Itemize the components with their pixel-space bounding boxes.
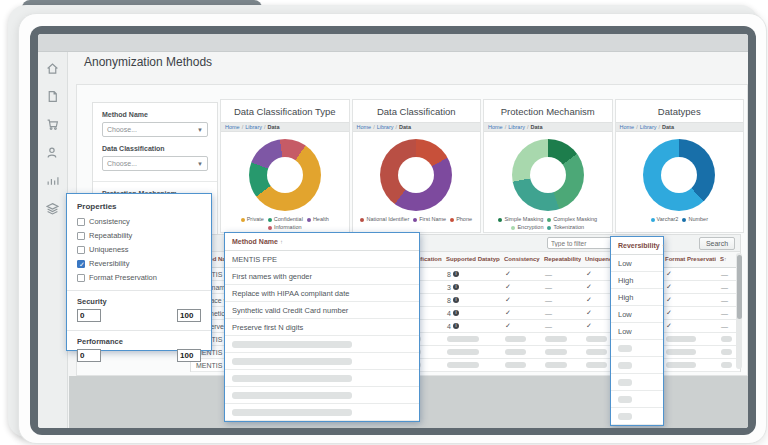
column-item[interactable]: Synthetic valid Credit Card number xyxy=(225,302,419,319)
screenshot-canvas: Anonymization Methods Method Name Choose… xyxy=(0,0,768,445)
data-classification-select[interactable]: Choose... ▼ xyxy=(102,156,208,171)
breadcrumb: Home/Library/Data xyxy=(353,122,481,132)
redacted-bar xyxy=(545,362,567,368)
legend-dot xyxy=(651,218,655,222)
cell-repeatability: — xyxy=(540,307,581,319)
redacted-bar xyxy=(721,349,732,355)
breadcrumb-library[interactable]: Library xyxy=(640,124,657,130)
info-icon[interactable] xyxy=(453,297,459,303)
legend-item: Confidential xyxy=(268,216,303,223)
chart-title: Data Classification Type xyxy=(221,106,349,117)
dash-icon: — xyxy=(545,323,552,330)
cell-consistency: ✓ xyxy=(500,294,540,306)
redacted-bar xyxy=(618,345,632,352)
cell-supported_datatypes xyxy=(442,359,500,371)
info-icon[interactable] xyxy=(453,323,459,329)
reversibility-column-popup: Reversibility ↑ LowHighHighLowLow xyxy=(610,236,664,426)
chart-legend: Simple MaskingComplex MaskingEncryptionT… xyxy=(484,216,612,231)
redacted-bar xyxy=(586,349,607,355)
breadcrumb-separator: / xyxy=(396,124,398,130)
column-header-label: Reversibility xyxy=(618,242,660,249)
chevron-down-icon: ▼ xyxy=(197,161,203,167)
reversibility-column-header[interactable]: Reversibility ↑ xyxy=(611,237,663,255)
column-item[interactable]: Preserve first N digits xyxy=(225,319,419,336)
legend-label: Tokenization xyxy=(553,224,584,231)
checkbox-icon[interactable] xyxy=(77,274,85,282)
redacted-bar xyxy=(586,362,607,368)
donut-chart xyxy=(643,139,715,211)
performance-max-input[interactable] xyxy=(177,349,201,362)
document-icon[interactable] xyxy=(46,90,59,103)
cell-repeatability: — xyxy=(540,294,581,306)
table-scrollbar-thumb[interactable] xyxy=(737,255,742,319)
security-range xyxy=(77,309,201,322)
column-item[interactable]: First names with gender xyxy=(225,268,419,285)
checkbox-checked-icon[interactable] xyxy=(77,260,85,268)
column-header-label: Consistency xyxy=(504,256,540,262)
redacted-bar xyxy=(232,409,352,416)
column-item[interactable]: Replace with HIPAA compliant date xyxy=(225,285,419,302)
column-header-repeatability[interactable]: Repeatability↓ xyxy=(540,252,581,267)
redacted-bar xyxy=(447,362,479,368)
dash-icon: — xyxy=(721,297,728,304)
legend-dot xyxy=(307,218,311,222)
redacted-bar xyxy=(721,336,732,342)
breadcrumb-home[interactable]: Home xyxy=(488,124,503,130)
analytics-icon[interactable] xyxy=(46,174,59,187)
checkbox-icon[interactable] xyxy=(77,218,85,226)
table-scrollbar-track[interactable] xyxy=(736,253,742,369)
column-header-label: Method Name xyxy=(232,238,278,245)
breadcrumb-home[interactable]: Home xyxy=(620,124,635,130)
cell-supported_datatypes: 8 xyxy=(442,294,500,306)
breadcrumb-home[interactable]: Home xyxy=(357,124,372,130)
cell-format_preservation: ✓ xyxy=(661,268,716,280)
column-header-consistency[interactable]: Consistency↓ xyxy=(500,252,540,267)
info-icon[interactable] xyxy=(453,310,459,316)
check-icon: ✓ xyxy=(505,296,511,304)
column-header-format-preservation[interactable]: Format Preservation↓ xyxy=(661,252,716,267)
properties-option: Reversibility xyxy=(77,259,201,268)
security-max-input[interactable] xyxy=(177,309,201,322)
performance-min-input[interactable] xyxy=(77,349,101,362)
redacted-bar xyxy=(505,349,526,355)
breadcrumb-home[interactable]: Home xyxy=(225,124,240,130)
cell-repeatability: — xyxy=(540,320,581,332)
legend-dot xyxy=(268,218,272,222)
breadcrumb-library[interactable]: Library xyxy=(245,124,262,130)
method-name-select[interactable]: Choose... ▼ xyxy=(102,122,208,137)
cell-repeatability: — xyxy=(540,281,581,293)
column-item[interactable]: MENTIS FPE xyxy=(225,251,419,268)
legend-item: Simple Masking xyxy=(498,216,543,223)
info-icon[interactable] xyxy=(453,284,459,290)
checkbox-icon[interactable] xyxy=(77,246,85,254)
method-name-column-header[interactable]: Method Name ↑ xyxy=(225,233,419,251)
legend-label: Phone xyxy=(456,216,472,223)
breadcrumb-separator: / xyxy=(242,124,244,130)
properties-popup: Properties ConsistencyRepeatabilityUniqu… xyxy=(66,193,212,351)
legend-dot xyxy=(450,218,454,222)
method-name-column-items: MENTIS FPEFirst names with genderReplace… xyxy=(225,251,419,421)
legend-label: Private xyxy=(247,216,264,223)
data-classification-select-value: Choose... xyxy=(107,160,137,167)
column-header-supported-datatypes[interactable]: Supported Datatypes↓ xyxy=(442,252,500,267)
cell-format_preservation: ✓ xyxy=(661,281,716,293)
breadcrumb-separator: / xyxy=(659,124,661,130)
user-icon[interactable] xyxy=(46,146,59,159)
breadcrumb-library[interactable]: Library xyxy=(377,124,394,130)
column-header-label: Format Preservation xyxy=(665,256,716,262)
cart-icon[interactable] xyxy=(46,118,59,131)
checkbox-icon[interactable] xyxy=(77,232,85,240)
chart-legend: National IdentifierFirst NamePhone xyxy=(353,216,481,223)
info-icon[interactable] xyxy=(453,271,459,277)
home-icon[interactable] xyxy=(46,62,59,75)
chart-title: Protection Mechanism xyxy=(484,106,612,117)
cell-value: 4 xyxy=(447,323,451,330)
dash-icon: — xyxy=(545,310,552,317)
layers-icon[interactable] xyxy=(46,202,59,215)
column-item-redacted xyxy=(611,357,663,374)
cell-supported_datatypes: 3 xyxy=(442,281,500,293)
breadcrumb-library[interactable]: Library xyxy=(508,124,525,130)
security-min-input[interactable] xyxy=(77,309,101,322)
donut-chart xyxy=(512,139,584,211)
search-button[interactable]: Search xyxy=(699,237,735,250)
